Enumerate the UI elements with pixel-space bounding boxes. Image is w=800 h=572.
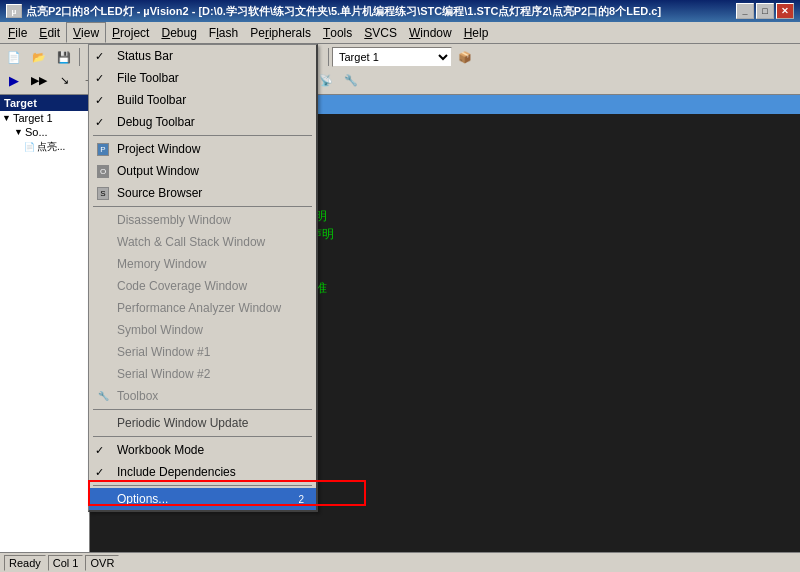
menu-source-browser[interactable]: S Source Browser bbox=[89, 182, 316, 204]
save-button[interactable]: 💾 bbox=[52, 46, 76, 68]
tree-file-label: 点亮... bbox=[37, 140, 65, 154]
mode-text: OVR bbox=[90, 557, 114, 569]
output-window-icon: O bbox=[93, 162, 113, 180]
tree-item-target[interactable]: ▼ Target 1 bbox=[0, 111, 89, 125]
toolbar-separator-5 bbox=[328, 48, 329, 66]
open-file-button[interactable]: 📂 bbox=[27, 46, 51, 68]
menu-bar: File Edit View Project Debug Flash Perip… bbox=[0, 22, 800, 44]
menu-peripherals[interactable]: Peripherals bbox=[244, 22, 317, 43]
build-toolbar-label: Build Toolbar bbox=[117, 93, 186, 107]
check-icon: ✓ bbox=[95, 116, 104, 129]
menu-project[interactable]: Project bbox=[106, 22, 155, 43]
tree-source-label: So... bbox=[25, 126, 48, 138]
menu-disassembly-window[interactable]: Disassembly Window bbox=[89, 209, 316, 231]
manage-components-button[interactable]: 📦 bbox=[453, 46, 477, 68]
menu-window[interactable]: Window bbox=[403, 22, 458, 43]
menu-debug[interactable]: Debug bbox=[155, 22, 202, 43]
check-icon: ✓ bbox=[95, 466, 104, 479]
menu-memory-window[interactable]: Memory Window bbox=[89, 253, 316, 275]
status-mode: OVR bbox=[85, 555, 119, 571]
separator2 bbox=[93, 206, 312, 207]
menu-status-bar[interactable]: ✓ Status Bar bbox=[89, 45, 316, 67]
code-coverage-label: Code Coverage Window bbox=[117, 279, 247, 293]
menu-tools[interactable]: Tools bbox=[317, 22, 358, 43]
menu-symbol-window[interactable]: Symbol Window bbox=[89, 319, 316, 341]
watch-call-stack-label: Watch & Call Stack Window bbox=[117, 235, 265, 249]
options-badge: 2 bbox=[294, 494, 308, 505]
run-button[interactable]: ▶▶ bbox=[27, 69, 51, 91]
target-select[interactable]: Target 1 bbox=[332, 47, 452, 67]
periodic-window-update-label: Periodic Window Update bbox=[117, 416, 248, 430]
separator1 bbox=[93, 135, 312, 136]
menu-build-toolbar[interactable]: ✓ Build Toolbar bbox=[89, 89, 316, 111]
toolbox-label: Toolbox bbox=[117, 389, 158, 403]
memory-window-label: Memory Window bbox=[117, 257, 206, 271]
project-window-label: Project Window bbox=[117, 142, 200, 156]
menu-file-toolbar[interactable]: ✓ File Toolbar bbox=[89, 67, 316, 89]
menu-workbook-mode[interactable]: ✓ Workbook Mode bbox=[89, 439, 316, 461]
menu-periodic-window-update[interactable]: Periodic Window Update bbox=[89, 412, 316, 434]
menu-project-window[interactable]: P Project Window bbox=[89, 138, 316, 160]
menu-file[interactable]: File bbox=[2, 22, 33, 43]
new-file-button[interactable]: 📄 bbox=[2, 46, 26, 68]
toolbar-separator-1 bbox=[79, 48, 80, 66]
menu-code-coverage[interactable]: Code Coverage Window bbox=[89, 275, 316, 297]
status-bar: Ready Col 1 OVR bbox=[0, 552, 800, 572]
step-button[interactable]: ↘ bbox=[52, 69, 76, 91]
menu-toolbox[interactable]: 🔧 Toolbox bbox=[89, 385, 316, 407]
symbol-window-label: Symbol Window bbox=[117, 323, 203, 337]
separator5 bbox=[93, 485, 312, 486]
toolbox-icon: 🔧 bbox=[93, 387, 113, 405]
source-browser-icon: S bbox=[93, 184, 113, 202]
separator3 bbox=[93, 409, 312, 410]
maximize-button[interactable]: □ bbox=[756, 3, 774, 19]
file-toolbar-label: File Toolbar bbox=[117, 71, 179, 85]
status-bar-label: Status Bar bbox=[117, 49, 173, 63]
app-icon: μ bbox=[6, 4, 22, 18]
tree-item-source[interactable]: ▼ So... bbox=[0, 125, 89, 139]
tree-arrow-icon: ▼ bbox=[2, 113, 11, 123]
status-text: Ready bbox=[9, 557, 41, 569]
menu-serial-window-1[interactable]: Serial Window #1 bbox=[89, 341, 316, 363]
check-icon: ✓ bbox=[95, 94, 104, 107]
workbook-mode-label: Workbook Mode bbox=[117, 443, 204, 457]
check-icon: ✓ bbox=[95, 72, 104, 85]
menu-serial-window-2[interactable]: Serial Window #2 bbox=[89, 363, 316, 385]
check-icon: ✓ bbox=[95, 444, 104, 457]
tree-file-icon: 📄 bbox=[24, 142, 35, 152]
menu-options[interactable]: Options... 2 bbox=[89, 488, 316, 510]
title-bar: μ 点亮P2口的8个LED灯 - µVision2 - [D:\0.学习软件\练… bbox=[0, 0, 800, 22]
close-button[interactable]: ✕ bbox=[776, 3, 794, 19]
menu-svcs[interactable]: SVCS bbox=[358, 22, 403, 43]
options-label: Options... bbox=[117, 492, 168, 506]
status-col: Col 1 bbox=[48, 555, 84, 571]
performance-analyzer-label: Performance Analyzer Window bbox=[117, 301, 281, 315]
debug-toolbar-label: Debug Toolbar bbox=[117, 115, 195, 129]
window-controls: _ □ ✕ bbox=[736, 3, 794, 19]
toolbox-btn[interactable]: 🔧 bbox=[339, 69, 363, 91]
menu-output-window[interactable]: O Output Window bbox=[89, 160, 316, 182]
tree-item-file[interactable]: 📄 点亮... bbox=[0, 139, 89, 155]
menu-watch-call-stack[interactable]: Watch & Call Stack Window bbox=[89, 231, 316, 253]
tree-arrow-icon: ▼ bbox=[14, 127, 23, 137]
menu-include-dependencies[interactable]: ✓ Include Dependencies bbox=[89, 461, 316, 483]
project-panel-title: Target bbox=[0, 95, 89, 111]
menu-performance-analyzer[interactable]: Performance Analyzer Window bbox=[89, 297, 316, 319]
project-window-icon: P bbox=[93, 140, 113, 158]
menu-flash[interactable]: Flash bbox=[203, 22, 244, 43]
title-text: 点亮P2口的8个LED灯 - µVision2 - [D:\0.学习软件\练习文… bbox=[26, 4, 661, 19]
menu-help[interactable]: Help bbox=[458, 22, 495, 43]
view-dropdown: ✓ Status Bar ✓ File Toolbar ✓ Build Tool… bbox=[88, 44, 318, 512]
col-text: Col 1 bbox=[53, 557, 79, 569]
minimize-button[interactable]: _ bbox=[736, 3, 754, 19]
menu-edit[interactable]: Edit bbox=[33, 22, 66, 43]
source-browser-label: Source Browser bbox=[117, 186, 202, 200]
disassembly-window-label: Disassembly Window bbox=[117, 213, 231, 227]
include-dependencies-label: Include Dependencies bbox=[117, 465, 236, 479]
serial-window-2-label: Serial Window #2 bbox=[117, 367, 210, 381]
debug-start-button[interactable]: ▶ bbox=[2, 69, 26, 91]
menu-debug-toolbar[interactable]: ✓ Debug Toolbar bbox=[89, 111, 316, 133]
menu-view[interactable]: View bbox=[66, 22, 106, 43]
project-panel: Target ▼ Target 1 ▼ So... 📄 点亮... bbox=[0, 95, 90, 553]
status-ready: Ready bbox=[4, 555, 46, 571]
